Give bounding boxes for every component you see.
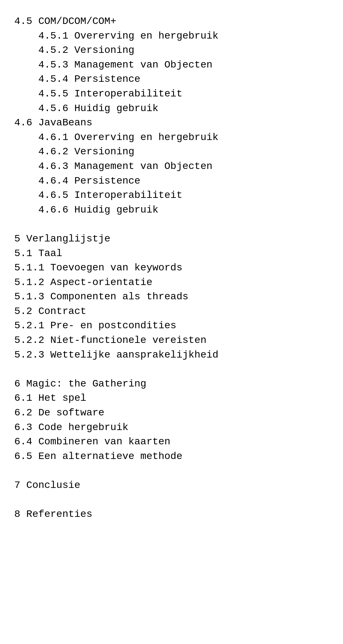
toc-line: 4.5.6 Huidig gebruik	[14, 101, 329, 116]
toc-line: 6 Magic: the Gathering	[14, 377, 329, 391]
toc-line: 6.2 De software	[14, 406, 329, 420]
toc-line: 5.1.3 Componenten als threads	[14, 290, 329, 304]
toc-line: 4.6.1 Overerving en hergebruik	[14, 130, 329, 145]
spacer	[14, 493, 329, 508]
toc-line: 5.1.1 Toevoegen van keywords	[14, 261, 329, 275]
toc-line: 4.6.3 Management van Objecten	[14, 159, 329, 174]
toc-line: 4.6.4 Persistence	[14, 174, 329, 189]
toc-line: 5.2.1 Pre- en postcondities	[14, 319, 329, 333]
toc-line: 4.6.6 Huidig gebruik	[14, 203, 329, 218]
toc-line: 7 Conclusie	[14, 478, 329, 493]
toc-line: 4.5.1 Overerving en hergebruik	[14, 29, 329, 44]
table-of-contents: 4.5 COM/DCOM/COM+ 4.5.1 Overerving en he…	[14, 14, 329, 522]
spacer	[14, 464, 329, 478]
toc-line: 8 Referenties	[14, 507, 329, 522]
toc-line: 4.6 JavaBeans	[14, 116, 329, 130]
toc-line: 6.5 Een alternatieve methode	[14, 449, 329, 464]
toc-line: 4.5.3 Management van Objecten	[14, 58, 329, 73]
toc-line: 4.5.5 Interoperabiliteit	[14, 87, 329, 101]
toc-line: 4.5.4 Persistence	[14, 72, 329, 87]
toc-line: 4.6.2 Versioning	[14, 145, 329, 159]
toc-line: 4.5 COM/DCOM/COM+	[14, 14, 329, 29]
toc-line: 5.1.2 Aspect-orientatie	[14, 275, 329, 290]
spacer	[14, 217, 329, 232]
toc-line: 5.2 Contract	[14, 304, 329, 319]
toc-line: 4.5.2 Versioning	[14, 43, 329, 58]
toc-line: 6.4 Combineren van kaarten	[14, 435, 329, 449]
toc-line: 6.3 Code hergebruik	[14, 420, 329, 435]
toc-line: 4.6.5 Interoperabiliteit	[14, 188, 329, 203]
toc-line: 5.2.3 Wettelijke aansprakelijkheid	[14, 348, 329, 363]
toc-line: 5.2.2 Niet-functionele vereisten	[14, 333, 329, 348]
toc-line: 5 Verlanglijstje	[14, 232, 329, 246]
toc-line: 5.1 Taal	[14, 246, 329, 261]
spacer	[14, 362, 329, 377]
toc-line: 6.1 Het spel	[14, 391, 329, 406]
